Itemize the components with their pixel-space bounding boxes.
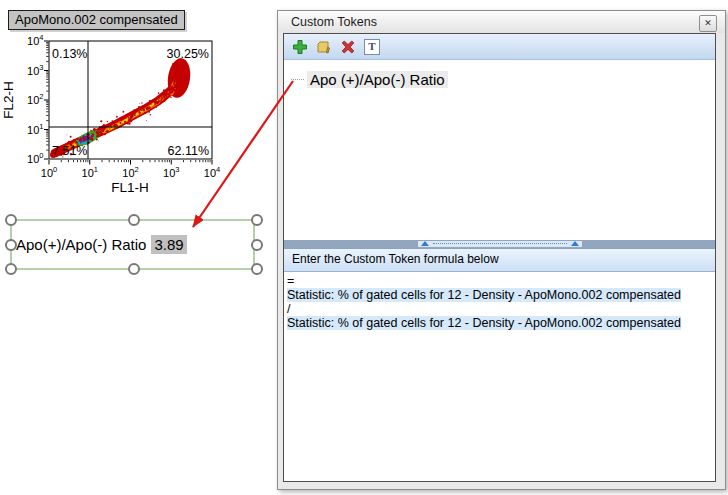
- formula-line: =: [287, 274, 715, 288]
- selection-handle[interactable]: [251, 263, 263, 275]
- dialog-titlebar[interactable]: Custom Tokens ✕: [278, 11, 725, 33]
- tree-item-label: Apo (+)/Apo(-) Ratio: [307, 71, 448, 88]
- text-token-button[interactable]: T: [363, 38, 381, 56]
- ratio-textbox-text: Apo(+)/Apo(-) Ratio3.89: [16, 221, 187, 268]
- tree-branch-dots: [291, 79, 304, 80]
- svg-text:102: 102: [122, 165, 138, 179]
- y-axis-title: FL2-H: [1, 81, 16, 119]
- selection-handle[interactable]: [5, 239, 17, 251]
- quadrant-stat-lower-right: 62.11%: [168, 144, 209, 158]
- close-button[interactable]: ✕: [699, 15, 717, 32]
- svg-text:102: 102: [27, 92, 43, 106]
- svg-text:103: 103: [27, 63, 43, 77]
- formula-line: /: [287, 302, 715, 316]
- dialog-title: Custom Tokens: [291, 15, 377, 29]
- tree-item-apo-ratio[interactable]: Apo (+)/Apo(-) Ratio: [284, 70, 715, 88]
- flow-cytometry-plot[interactable]: 0.13% 30.25% 7.51% 62.11% 10010110210310…: [0, 0, 270, 205]
- selection-handle[interactable]: [251, 214, 263, 226]
- token-tree-panel: Apo (+)/Apo(-) Ratio: [284, 60, 715, 240]
- formula-editor[interactable]: = Statistic: % of gated cells for 12 - D…: [284, 272, 715, 482]
- quadrant-stat-upper-right: 30.25%: [167, 47, 209, 61]
- custom-tokens-dialog: Custom Tokens ✕: [277, 10, 726, 490]
- quadrant-stat-lower-left: 7.51%: [52, 144, 87, 158]
- svg-text:104: 104: [27, 33, 43, 47]
- quadrant-stat-upper-left: 0.13%: [52, 47, 87, 61]
- svg-text:100: 100: [41, 165, 57, 179]
- svg-text:104: 104: [204, 165, 220, 179]
- add-token-button[interactable]: [291, 38, 309, 56]
- statistic-token: Statistic: % of gated cells for 12 - Den…: [287, 316, 681, 330]
- dialog-toolbar: T: [284, 34, 715, 60]
- selection-handle[interactable]: [128, 214, 140, 226]
- formula-line: Statistic: % of gated cells for 12 - Den…: [287, 316, 715, 330]
- selection-handle[interactable]: [251, 239, 263, 251]
- dialog-content: T Apo (+)/Apo(-) Ratio Enter the Custom …: [283, 33, 716, 482]
- splitter-dots: [433, 243, 567, 244]
- formula-header: Enter the Custom Token formula below: [284, 248, 715, 272]
- text-token-icon: T: [364, 39, 380, 55]
- svg-text:103: 103: [163, 165, 179, 179]
- plot-title-badge: ApoMono.002 compensated: [8, 10, 185, 30]
- pane-splitter[interactable]: [284, 240, 715, 248]
- canvas: 0.13% 30.25% 7.51% 62.11% 10010110210310…: [0, 0, 728, 495]
- selection-handle[interactable]: [128, 263, 140, 275]
- add-icon: [292, 39, 308, 55]
- selection-handle[interactable]: [5, 263, 17, 275]
- ratio-textbox[interactable]: Apo(+)/Apo(-) Ratio3.89: [10, 219, 255, 270]
- delete-icon: [340, 39, 356, 55]
- ratio-label: Apo(+)/Apo(-) Ratio: [16, 236, 146, 253]
- collapse-up-icon: [421, 241, 429, 246]
- collapse-up-icon: [571, 241, 579, 246]
- delete-token-button[interactable]: [339, 38, 357, 56]
- svg-text:100: 100: [27, 151, 43, 165]
- svg-text:101: 101: [27, 122, 43, 136]
- x-axis-title: FL1-H: [111, 180, 149, 195]
- svg-text:101: 101: [82, 165, 98, 179]
- edit-icon: [316, 39, 332, 55]
- ratio-value-token: 3.89: [151, 235, 186, 254]
- edit-token-button[interactable]: [315, 38, 333, 56]
- formula-line: Statistic: % of gated cells for 12 - Den…: [287, 288, 715, 302]
- splitter-grip[interactable]: [418, 241, 582, 247]
- selection-handle[interactable]: [5, 214, 17, 226]
- statistic-token: Statistic: % of gated cells for 12 - Den…: [287, 288, 681, 302]
